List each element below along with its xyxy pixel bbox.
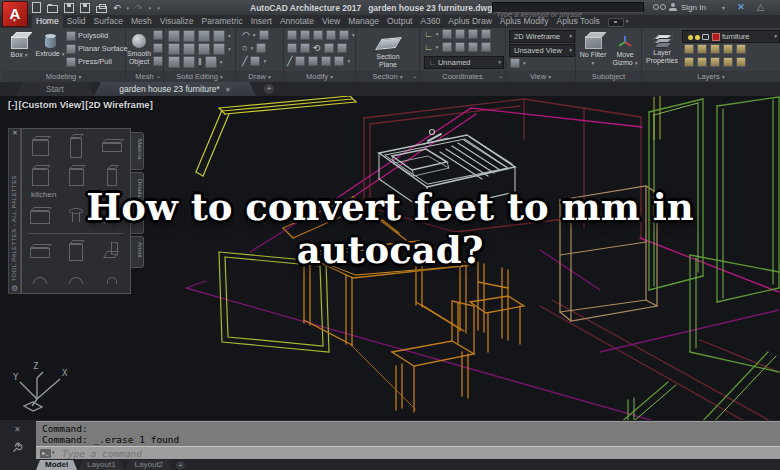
plot-icon[interactable] <box>96 6 107 13</box>
modify-tool-icon[interactable] <box>295 56 305 66</box>
modify-tool-icon[interactable] <box>339 30 349 40</box>
draw-panel-label[interactable]: Draw ▾ <box>236 71 283 82</box>
subtract-icon[interactable] <box>183 30 195 42</box>
ucs-tool-icon[interactable] <box>468 42 478 52</box>
planar-surface-button[interactable]: Planar Surface <box>66 42 128 55</box>
rotate-icon[interactable]: ⟲ <box>313 43 321 53</box>
subobject-panel-label[interactable]: Subobject <box>576 71 641 82</box>
modify-tool-icon[interactable] <box>308 56 318 66</box>
press-pull-button[interactable]: Press/Pull <box>66 55 112 68</box>
new-tab-icon[interactable]: + <box>264 84 274 94</box>
tab-home[interactable]: Home <box>32 15 63 28</box>
ucs-tool-icon[interactable] <box>442 29 452 39</box>
coordinates-launcher-icon[interactable]: ⌄ <box>498 71 503 82</box>
layer-tool-icon[interactable] <box>723 57 733 67</box>
ribbon-display-icon[interactable] <box>608 18 624 27</box>
ucs-tool-icon[interactable] <box>481 42 491 52</box>
polysolid-button[interactable]: Polysolid <box>66 29 108 42</box>
ucs-icon[interactable]: ∟ <box>424 29 433 39</box>
slice-icon[interactable]: ‖ <box>198 57 202 67</box>
exchange-apps-icon[interactable]: ✕ <box>736 2 746 12</box>
help-search-box[interactable] <box>492 2 644 13</box>
file-tab-document[interactable]: garden house 23 furniture*✕ <box>94 82 256 96</box>
solid-edit-icon[interactable] <box>168 56 180 68</box>
modify-tool-icon[interactable] <box>300 43 310 53</box>
tab-a360[interactable]: A360 <box>416 15 444 28</box>
intersect-icon[interactable] <box>198 30 210 42</box>
ucs-tool-icon[interactable] <box>442 42 452 52</box>
modify-tool-icon[interactable] <box>337 43 347 53</box>
section-panel-label[interactable]: Section ▾⌄ <box>356 71 419 82</box>
search-flyout-caret-icon[interactable]: ▸ <box>483 4 486 11</box>
modify-tool-icon[interactable] <box>300 30 310 40</box>
undo-caret-icon[interactable]: ▾ <box>127 5 130 11</box>
qat-dropdown-icon[interactable]: ▾ <box>157 5 160 11</box>
tab-surface[interactable]: Surface <box>90 15 127 28</box>
save-icon[interactable] <box>64 3 74 13</box>
no-filter-button[interactable]: No Filter ▾ <box>578 30 608 67</box>
section-launcher-icon[interactable]: ⌄ <box>412 71 417 82</box>
layer-tool-icon[interactable] <box>697 44 707 54</box>
palette-tool-tall-cabinet-icon[interactable] <box>60 132 93 159</box>
layer-lock-icon[interactable] <box>702 34 709 40</box>
layer-freeze-sun-icon[interactable] <box>695 35 700 40</box>
save-as-icon[interactable] <box>80 3 90 13</box>
palette-close-icon[interactable]: ✕ <box>12 129 18 137</box>
command-history[interactable]: Command: Command: _.erase 1 found <box>36 421 780 446</box>
modify-tool-icon[interactable] <box>313 30 323 40</box>
ucs-tool-icon[interactable] <box>468 29 478 39</box>
modify-tool-icon[interactable] <box>326 30 336 40</box>
viewport-menu-control[interactable]: [-] <box>8 99 18 110</box>
modify-tool-icon[interactable] <box>334 56 344 66</box>
a360-icon[interactable]: △ <box>757 2 764 12</box>
solid-edit-icon[interactable] <box>198 43 210 55</box>
modify-tool-icon[interactable] <box>287 30 297 40</box>
undo-icon[interactable]: ↶ <box>113 3 121 13</box>
solid-edit-icon[interactable] <box>168 43 180 55</box>
file-tab-start[interactable]: Start <box>16 82 94 96</box>
layer-dropdown[interactable]: furniture▾ <box>682 30 780 43</box>
command-recent-caret-icon[interactable]: ▾ <box>52 449 55 455</box>
layer-tool-icon[interactable] <box>710 44 720 54</box>
view-control[interactable]: [Custom View] <box>19 99 85 110</box>
sign-in-caret-icon[interactable]: ▾ <box>722 4 725 11</box>
mesh-tool-icon[interactable] <box>153 30 163 40</box>
solid-edit-icon[interactable] <box>213 30 225 42</box>
close-tab-icon[interactable]: ✕ <box>225 86 231 93</box>
modify-tool-icon[interactable] <box>287 43 297 53</box>
smooth-object-button[interactable]: Smooth Object <box>126 30 152 66</box>
ucs-world-icon[interactable]: ∟ <box>424 42 433 52</box>
coordinates-panel-label[interactable]: Coordinates⌄ <box>420 71 505 82</box>
draw-tool-icon[interactable] <box>250 56 260 66</box>
ucs-tool-icon[interactable] <box>455 29 465 39</box>
mesh-tool-icon[interactable] <box>153 43 163 53</box>
union-icon[interactable] <box>168 30 180 42</box>
layout-tab-model[interactable]: Model <box>36 460 77 470</box>
visual-style-dropdown[interactable]: 2D Wireframe▾ <box>509 30 575 43</box>
ucs-name-dropdown[interactable]: ∟ Unnamed▾ <box>424 56 504 69</box>
view-panel-label[interactable]: View ▾ <box>506 71 575 82</box>
modify-tool-icon[interactable] <box>324 43 334 53</box>
layout-tab-layout1[interactable]: Layout1 <box>78 460 124 470</box>
extrude-button[interactable]: Extrude ▾ <box>35 30 65 58</box>
tab-output[interactable]: Output <box>383 15 417 28</box>
redo-icon[interactable]: ↷ <box>135 3 143 13</box>
help-search-input[interactable] <box>493 10 643 19</box>
erase-icon[interactable]: ╱ <box>287 56 292 66</box>
layers-panel-label[interactable]: Layers ▾ <box>642 71 780 82</box>
command-customize-wrench-icon[interactable] <box>11 442 23 454</box>
tab-aplus-draw[interactable]: Aplus Draw <box>444 15 495 28</box>
layer-tool-icon[interactable] <box>684 44 694 54</box>
tab-view[interactable]: View <box>318 15 344 28</box>
command-input[interactable] <box>62 447 362 459</box>
arc-icon[interactable]: ◠ <box>242 30 250 40</box>
layer-tool-icon[interactable] <box>723 44 733 54</box>
view-tool-icon[interactable] <box>510 58 520 68</box>
solid-edit-icon[interactable] <box>213 43 225 55</box>
layer-tool-icon[interactable] <box>736 44 746 54</box>
ucs-tool-icon[interactable] <box>481 29 491 39</box>
palette-tab-materials[interactable]: Materia.. <box>131 132 144 170</box>
layer-tool-icon[interactable] <box>710 57 720 67</box>
new-layout-icon[interactable]: + <box>176 461 185 470</box>
ucs-tool-icon[interactable] <box>455 42 465 52</box>
